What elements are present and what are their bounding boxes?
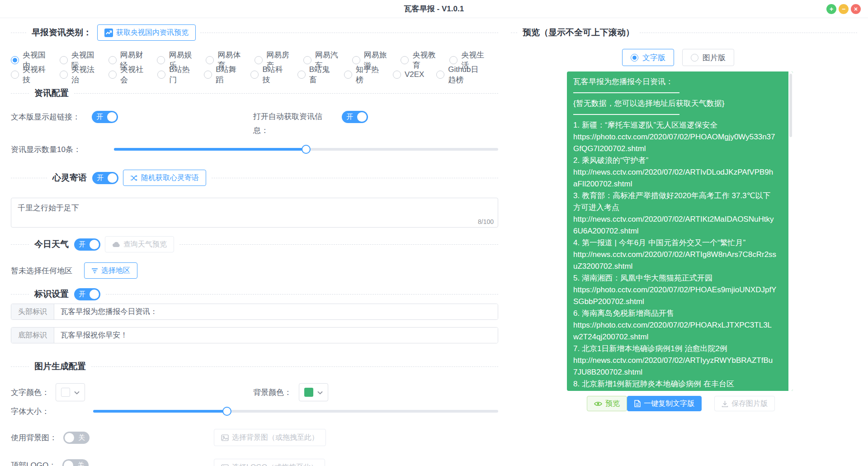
category-radio-Github日趋榜[interactable]: Github日趋榜 — [436, 64, 486, 85]
divider-dash — [74, 93, 498, 94]
quote-textarea[interactable]: 千里之行始于足下 — [11, 198, 498, 228]
radio-label: B站科技 — [262, 64, 285, 85]
category-radio-V2EX[interactable]: V2EX — [393, 70, 424, 79]
category-radio-B站舞蹈[interactable]: B站舞蹈 — [204, 64, 238, 85]
fetch-news-preview-button[interactable]: 获取央视国内资讯预览 — [97, 24, 196, 41]
footer-identity-input[interactable] — [54, 328, 498, 343]
header-identity-input[interactable] — [54, 304, 498, 319]
weather-section-title: 今日天气 — [29, 238, 74, 250]
random-quote-button[interactable]: 随机获取心灵寄语 — [123, 170, 206, 186]
category-radio-央视社会[interactable]: 央视社会 — [108, 64, 145, 85]
category-radio-央视法治[interactable]: 央视法治 — [60, 64, 96, 85]
news-url: http://news.cctv.com/2020/07/02/ARTIyyzR… — [573, 355, 777, 378]
category-radio-央视科技[interactable]: 央视科技 — [11, 64, 47, 85]
weather-switch[interactable]: 开 — [74, 238, 100, 251]
slider-knob[interactable] — [222, 407, 231, 416]
bg-color-select[interactable] — [299, 383, 328, 401]
quote-section-title: 心灵寄语 — [47, 172, 92, 184]
news-count-slider[interactable] — [114, 148, 498, 151]
top-logo-switch[interactable]: 关 — [62, 459, 89, 466]
news-item: 3. 教育部：高标准严举措做好2020年高考工作 37.3℃以下方可进入考点ht… — [573, 190, 777, 237]
copy-text-button[interactable]: 一键复制文字版 — [627, 396, 702, 411]
preview-scrollbar-thumb[interactable] — [789, 74, 792, 137]
switch-knob — [64, 461, 73, 466]
divider-dash — [11, 294, 29, 295]
tab-text-version[interactable]: 文字版 — [622, 49, 674, 66]
category-section-header: 早报资讯类别： 获取央视国内资讯预览 — [11, 24, 498, 42]
radio-circle-icon — [11, 71, 19, 79]
minimize-window-button[interactable]: − — [839, 4, 849, 14]
radio-circle-icon — [11, 56, 19, 64]
chevron-down-icon — [74, 391, 80, 395]
radio-label: V2EX — [405, 70, 424, 79]
news-url: https://photo.cctv.com/2020/07/02/PHOAOM… — [573, 131, 777, 155]
identity-switch[interactable]: 开 — [74, 288, 100, 300]
preview-news-list: 1. 新疆：“摩托车巡逻队”无人区巡逻保安全https://photo.cctv… — [573, 119, 777, 390]
news-title: 4. 第一报道 | 今年6月 中国元首外交又一个“繁忙月” — [573, 237, 777, 249]
tab-image-version[interactable]: 图片版 — [682, 49, 734, 66]
divider-dash — [179, 244, 498, 245]
bg-color-swatch — [304, 388, 313, 397]
quote-switch[interactable]: 开 — [92, 172, 118, 184]
preview-separator — [573, 114, 679, 115]
add-window-button[interactable]: + — [826, 4, 836, 14]
text-preview-box[interactable]: 瓦客早报为您播报今日资讯： {暂无数据，您可以选择地址后获取天气数据} 1. 新… — [567, 71, 793, 391]
switch-knob — [357, 112, 367, 122]
close-window-button[interactable]: × — [851, 4, 861, 14]
divider-dash — [11, 178, 47, 178]
slider-fill — [93, 410, 227, 413]
hyperlink-switch[interactable]: 开 — [92, 111, 118, 123]
region-row: 暂未选择任何地区 选择地区 — [11, 262, 498, 279]
news-item: 4. 第一报道 | 今年6月 中国元首外交又一个“繁忙月”http://news… — [573, 237, 777, 272]
quote-section-header: 心灵寄语 开 随机获取心灵寄语 — [11, 169, 498, 187]
radio-circle-icon — [157, 71, 165, 79]
preview-section-title: 预览（显示不全可上下滚动） — [517, 27, 640, 38]
identity-section-title: 标识设置 — [29, 288, 74, 300]
radio-circle-icon — [60, 71, 68, 79]
preview-weather-placeholder: {暂无数据，您可以选择地址后获取天气数据} — [573, 98, 777, 109]
select-logo-button: 选择LOGO（或拖拽至此） — [214, 459, 325, 466]
select-region-button[interactable]: 选择地区 — [84, 262, 137, 279]
news-url: https://photo.cctv.com/2020/07/02/PHOARx… — [573, 319, 777, 343]
quote-char-counter: 8/100 — [478, 218, 494, 225]
divider-dash — [11, 366, 29, 367]
slider-knob[interactable] — [302, 145, 311, 154]
radio-label: Github日趋榜 — [448, 64, 486, 85]
identity-section-header: 标识设置 开 — [11, 285, 498, 303]
radio-label: 央视社会 — [120, 64, 145, 85]
copy-document-icon — [634, 400, 641, 407]
news-item: 7. 北京1日新增本地确诊病例1例 治愈出院2例http://news.cctv… — [573, 343, 777, 378]
font-size-slider[interactable] — [93, 410, 498, 413]
shuffle-icon — [130, 174, 138, 182]
top-logo-row: 顶部LOGO： 关 选择LOGO（或拖拽至此） — [11, 456, 498, 466]
category-radio-B站热门[interactable]: B站热门 — [157, 64, 192, 85]
titlebar: 瓦客早报 - V1.0.1 + − × — [0, 0, 868, 18]
switch-knob — [107, 112, 117, 122]
radio-circle-icon — [691, 54, 698, 62]
category-section-title: 早报资讯类别： — [26, 27, 97, 38]
divider-dash — [200, 33, 498, 33]
divider-dash — [11, 93, 29, 94]
preview-separator — [573, 92, 679, 93]
radio-label: 央视法治 — [71, 64, 96, 85]
text-color-swatch — [61, 388, 70, 397]
text-color-select[interactable] — [56, 383, 85, 401]
preview-section-header: 预览（显示不全可上下滚动） — [511, 24, 857, 42]
autofetch-switch[interactable]: 开 — [342, 111, 368, 123]
divider-dash — [106, 294, 498, 295]
radio-circle-icon — [631, 54, 638, 62]
bg-color-label: 背景颜色： — [253, 387, 292, 398]
preview-scrollbar[interactable] — [788, 71, 793, 391]
category-radio-B站鬼畜[interactable]: B站鬼畜 — [297, 64, 332, 85]
category-radio-B站科技[interactable]: B站科技 — [250, 64, 285, 85]
radio-label: B站舞蹈 — [216, 64, 238, 85]
category-radio-知乎热榜[interactable]: 知乎热榜 — [344, 64, 381, 85]
settings-panel: 早报资讯类别： 获取央视国内资讯预览 央视国内央视国际网易财经网易娱乐网易体育网… — [11, 18, 498, 466]
news-title: 1. 新疆：“摩托车巡逻队”无人区巡逻保安全 — [573, 119, 777, 131]
use-bg-switch[interactable]: 关 — [63, 432, 90, 444]
news-item: 8. 北京新增1例新冠肺炎本地确诊病例 在丰台区 — [573, 378, 777, 390]
news-item: 1. 新疆：“摩托车巡逻队”无人区巡逻保安全https://photo.cctv… — [573, 119, 777, 155]
news-url: http://news.cctv.com/2020/07/02/ARTIg8W8… — [573, 249, 777, 272]
radio-label: B站鬼畜 — [309, 64, 332, 85]
preview-button[interactable]: 预览 — [587, 396, 627, 411]
